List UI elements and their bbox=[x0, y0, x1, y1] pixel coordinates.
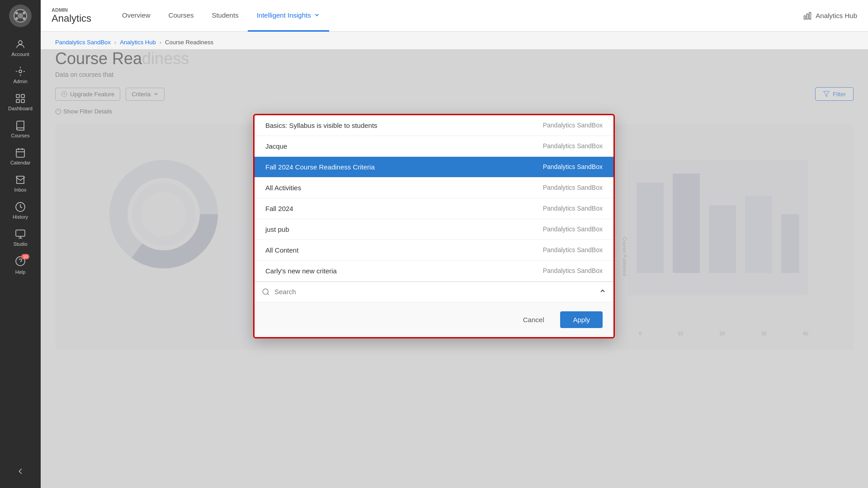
svg-rect-8 bbox=[16, 94, 19, 98]
breadcrumb-analytics-hub[interactable]: Analytics Hub bbox=[120, 39, 156, 46]
criteria-item-8-name: Carly's new new criteria bbox=[265, 267, 337, 275]
criteria-item-6[interactable]: just pub Pandalytics SandBox bbox=[255, 219, 613, 240]
criteria-item-1-account: Pandalytics SandBox bbox=[543, 122, 603, 129]
sidebar-item-courses[interactable]: Courses bbox=[0, 116, 41, 143]
sidebar-item-studio-label: Studio bbox=[13, 241, 27, 247]
help-badge-count: 10 bbox=[21, 254, 29, 259]
analytics-hub-label: Analytics Hub bbox=[816, 12, 857, 19]
brand: ADMIN Analytics bbox=[52, 7, 91, 24]
svg-rect-24 bbox=[809, 12, 811, 19]
criteria-item-2-name: Jacque bbox=[265, 142, 287, 150]
svg-rect-22 bbox=[804, 16, 806, 19]
search-chevron-up-icon[interactable] bbox=[599, 287, 606, 296]
sidebar-item-admin-label: Admin bbox=[13, 79, 27, 84]
breadcrumb-sep-2: › bbox=[160, 39, 161, 46]
svg-point-3 bbox=[23, 12, 25, 14]
nav-item-intelligent-insights[interactable]: Intelligent Insights bbox=[248, 0, 329, 32]
nav-links: Overview Courses Students Intelligent In… bbox=[113, 0, 788, 32]
svg-rect-23 bbox=[807, 14, 808, 19]
criteria-item-8-account: Pandalytics SandBox bbox=[543, 267, 603, 274]
svg-line-39 bbox=[267, 293, 269, 295]
svg-rect-9 bbox=[21, 94, 24, 98]
criteria-item-4-account: Pandalytics SandBox bbox=[543, 184, 603, 191]
app-logo[interactable] bbox=[9, 5, 32, 27]
svg-point-7 bbox=[19, 70, 22, 73]
svg-rect-10 bbox=[16, 99, 19, 103]
criteria-selection-modal: Basics: Syllabus is visible to students … bbox=[253, 114, 615, 338]
nav-item-courses[interactable]: Courses bbox=[160, 0, 203, 32]
sidebar-item-account[interactable]: Account bbox=[0, 34, 41, 61]
nav-item-students[interactable]: Students bbox=[203, 0, 247, 32]
sidebar-item-inbox[interactable]: Inbox bbox=[0, 170, 41, 197]
criteria-item-2[interactable]: Jacque Pandalytics SandBox bbox=[255, 136, 613, 157]
criteria-item-6-name: just pub bbox=[265, 225, 289, 233]
sidebar-item-calendar-label: Calendar bbox=[10, 160, 31, 165]
sidebar-item-help-label: Help bbox=[15, 269, 26, 275]
sidebar-item-calendar[interactable]: Calendar bbox=[0, 143, 41, 170]
breadcrumb-sep-1: › bbox=[114, 39, 116, 46]
criteria-item-1-name: Basics: Syllabus is visible to students bbox=[265, 122, 377, 129]
svg-point-2 bbox=[15, 12, 18, 14]
top-navigation: ADMIN Analytics Overview Courses Student… bbox=[41, 0, 868, 32]
svg-point-6 bbox=[19, 41, 22, 44]
breadcrumb-pandalytics[interactable]: Pandalytics SandBox bbox=[55, 39, 111, 46]
criteria-item-7[interactable]: All Content Pandalytics SandBox bbox=[255, 240, 613, 261]
svg-point-38 bbox=[263, 289, 268, 294]
svg-rect-12 bbox=[16, 149, 24, 157]
nav-item-overview[interactable]: Overview bbox=[113, 0, 160, 32]
svg-rect-11 bbox=[21, 99, 24, 103]
search-area bbox=[255, 282, 613, 302]
sidebar-item-inbox-label: Inbox bbox=[14, 187, 27, 192]
svg-point-5 bbox=[23, 17, 25, 20]
bar-chart-icon bbox=[803, 11, 812, 20]
brand-name-label: Analytics bbox=[52, 13, 91, 24]
chevron-down-icon bbox=[314, 12, 320, 18]
criteria-item-4[interactable]: All Activities Pandalytics SandBox bbox=[255, 178, 613, 198]
criteria-item-5[interactable]: Fall 2024 Pandalytics SandBox bbox=[255, 198, 613, 219]
search-input[interactable] bbox=[274, 288, 594, 296]
sidebar-item-studio[interactable]: Studio bbox=[0, 224, 41, 251]
criteria-list: Basics: Syllabus is visible to students … bbox=[255, 115, 613, 282]
criteria-item-4-name: All Activities bbox=[265, 184, 301, 192]
analytics-hub-link[interactable]: Analytics Hub bbox=[803, 11, 857, 20]
sidebar-item-history-label: History bbox=[13, 214, 28, 220]
criteria-item-3[interactable]: Fall 2024 Course Readiness Criteria Pand… bbox=[255, 157, 613, 178]
criteria-item-5-name: Fall 2024 bbox=[265, 205, 293, 212]
criteria-item-7-name: All Content bbox=[265, 246, 298, 254]
criteria-item-3-account: Pandalytics SandBox bbox=[543, 163, 603, 170]
cancel-button[interactable]: Cancel bbox=[512, 311, 555, 328]
svg-rect-17 bbox=[16, 230, 25, 236]
svg-point-4 bbox=[15, 17, 18, 20]
criteria-item-1[interactable]: Basics: Syllabus is visible to students … bbox=[255, 115, 613, 136]
criteria-item-6-account: Pandalytics SandBox bbox=[543, 225, 603, 233]
breadcrumb-current: Course Readiness bbox=[165, 39, 213, 46]
criteria-item-5-account: Pandalytics SandBox bbox=[543, 205, 603, 212]
sidebar-item-dashboard-label: Dashboard bbox=[8, 106, 33, 111]
sidebar-item-history[interactable]: History bbox=[0, 197, 41, 224]
sidebar-item-dashboard[interactable]: Dashboard bbox=[0, 89, 41, 116]
sidebar-item-help[interactable]: 10 Help bbox=[0, 251, 41, 279]
sidebar-item-admin[interactable]: Admin bbox=[0, 61, 41, 89]
brand-admin-label: ADMIN bbox=[52, 7, 91, 13]
criteria-item-8[interactable]: Carly's new new criteria Pandalytics San… bbox=[255, 261, 613, 282]
sidebar-item-courses-label: Courses bbox=[11, 133, 30, 138]
criteria-item-3-name: Fall 2024 Course Readiness Criteria bbox=[265, 163, 375, 171]
sidebar-collapse-button[interactable] bbox=[15, 459, 25, 483]
modal-footer: Cancel Apply bbox=[255, 302, 613, 337]
criteria-item-2-account: Pandalytics SandBox bbox=[543, 142, 603, 150]
criteria-item-7-account: Pandalytics SandBox bbox=[543, 246, 603, 253]
breadcrumb: Pandalytics SandBox › Analytics Hub › Co… bbox=[41, 32, 868, 49]
sidebar-item-account-label: Account bbox=[11, 52, 29, 57]
search-icon bbox=[262, 288, 270, 296]
apply-button[interactable]: Apply bbox=[560, 311, 603, 328]
sidebar: Account Admin Dashboard Courses Calendar… bbox=[0, 0, 41, 488]
svg-point-1 bbox=[18, 13, 23, 19]
